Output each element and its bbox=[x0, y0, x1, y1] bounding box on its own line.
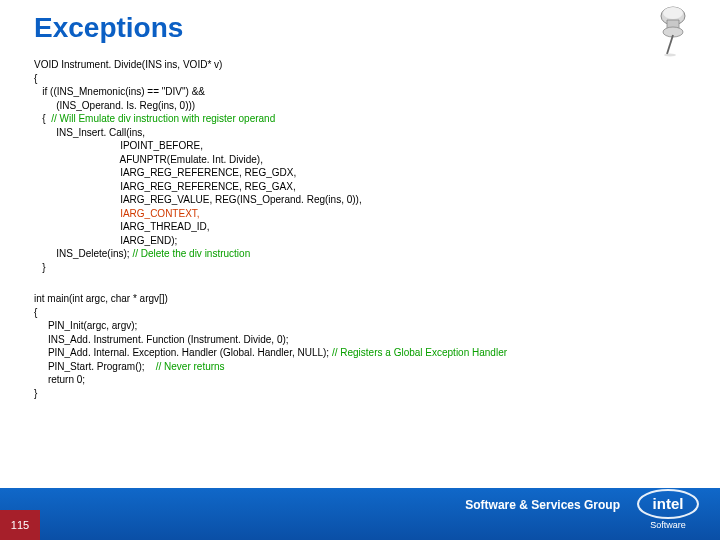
footer-label: Software & Services Group bbox=[465, 498, 620, 512]
footer-bar: Software & Services Group intel Software… bbox=[0, 488, 720, 540]
code-line: } bbox=[34, 388, 37, 399]
code-line: INS_Add. Instrument. Function (Instrumen… bbox=[34, 334, 289, 345]
svg-text:Software: Software bbox=[650, 520, 686, 530]
page-number: 115 bbox=[0, 510, 40, 540]
code-line: { bbox=[34, 73, 37, 84]
code-line: if ((INS_Mnemonic(ins) == "DIV") && bbox=[34, 86, 205, 97]
code-comment: // Will Emulate div instruction with reg… bbox=[51, 113, 275, 124]
code-line: AFUNPTR(Emulate. Int. Divide), bbox=[34, 154, 263, 165]
code-comment: // Registers a Global Exception Handler bbox=[332, 347, 507, 358]
slide-title: Exceptions bbox=[0, 0, 720, 50]
code-line: (INS_Operand. Is. Reg(ins, 0))) bbox=[34, 100, 195, 111]
svg-line-3 bbox=[667, 35, 673, 54]
code-line: int main(int argc, char * argv[]) bbox=[34, 293, 168, 304]
code-line: { bbox=[34, 307, 37, 318]
code-line: IARG_REG_REFERENCE, REG_GDX, bbox=[34, 167, 296, 178]
code-line: IARG_REG_REFERENCE, REG_GAX, bbox=[34, 181, 296, 192]
code-line: INS_Insert. Call(ins, bbox=[34, 127, 145, 138]
code-block-2: int main(int argc, char * argv[]) { PIN_… bbox=[0, 274, 720, 400]
code-comment: // Delete the div instruction bbox=[132, 248, 250, 259]
code-line: PIN_Add. Internal. Exception. Handler (G… bbox=[34, 347, 332, 358]
code-line: IARG_THREAD_ID, bbox=[34, 221, 210, 232]
code-line: IPOINT_BEFORE, bbox=[34, 140, 203, 151]
pushpin-icon bbox=[648, 2, 698, 61]
code-line: return 0; bbox=[34, 374, 85, 385]
code-line: IARG_END); bbox=[34, 235, 177, 246]
code-line: VOID Instrument. Divide(INS ins, VOID* v… bbox=[34, 59, 222, 70]
code-line: PIN_Start. Program(); bbox=[34, 361, 156, 372]
code-line: IARG_REG_VALUE, REG(INS_Operand. Reg(ins… bbox=[34, 194, 362, 205]
svg-point-4 bbox=[664, 54, 676, 57]
intel-logo: intel Software bbox=[634, 488, 702, 536]
code-highlight: IARG_CONTEXT, bbox=[34, 208, 200, 219]
code-block-1: VOID Instrument. Divide(INS ins, VOID* v… bbox=[0, 50, 720, 274]
code-line: { bbox=[34, 113, 51, 124]
code-line: } bbox=[34, 262, 46, 273]
code-comment: // Never returns bbox=[156, 361, 225, 372]
code-line: INS_Delete(ins); bbox=[34, 248, 132, 259]
code-line: PIN_Init(argc, argv); bbox=[34, 320, 137, 331]
svg-point-1 bbox=[663, 7, 683, 19]
svg-text:intel: intel bbox=[653, 495, 684, 512]
